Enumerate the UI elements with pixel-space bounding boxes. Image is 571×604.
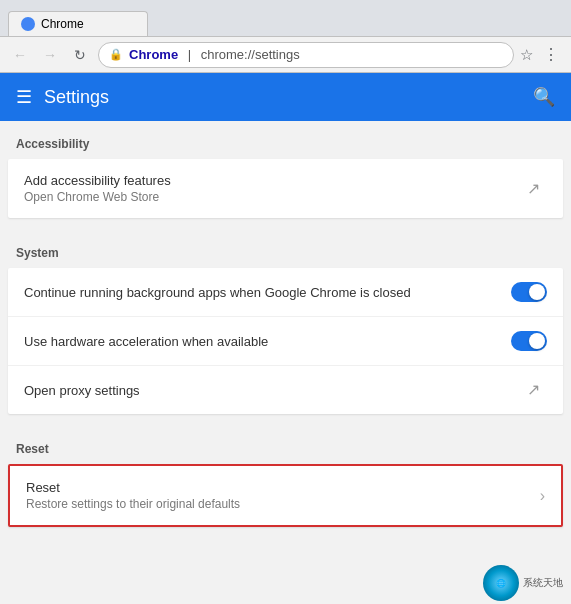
- proxy-settings-text: Open proxy settings: [24, 383, 140, 398]
- reset-settings-sublabel: Restore settings to their original defau…: [26, 497, 240, 511]
- hardware-acceleration-label: Use hardware acceleration when available: [24, 334, 268, 349]
- watermark-area: 🌐 系统天地: [475, 561, 571, 604]
- add-accessibility-row[interactable]: Add accessibility features Open Chrome W…: [8, 159, 563, 218]
- back-button[interactable]: ←: [8, 43, 32, 67]
- tab-favicon: [21, 17, 35, 31]
- browser-menu-button[interactable]: ⋮: [539, 45, 563, 64]
- section-header-system: System: [0, 230, 571, 268]
- reset-chevron-icon: ›: [540, 487, 545, 505]
- reset-settings-label: Reset: [26, 480, 240, 495]
- background-apps-toggle[interactable]: [511, 282, 547, 302]
- add-accessibility-external-link-icon: ↗: [527, 179, 547, 199]
- background-apps-text: Continue running background apps when Go…: [24, 285, 411, 300]
- settings-search-button[interactable]: 🔍: [533, 86, 555, 108]
- reset-card: Reset Restore settings to their original…: [8, 464, 563, 527]
- address-site: Chrome: [129, 47, 178, 62]
- system-card: Continue running background apps when Go…: [8, 268, 563, 414]
- reset-settings-text: Reset Restore settings to their original…: [26, 480, 240, 511]
- accessibility-card: Add accessibility features Open Chrome W…: [8, 159, 563, 218]
- hardware-acceleration-text: Use hardware acceleration when available: [24, 334, 268, 349]
- proxy-settings-external-link-icon: ↗: [527, 380, 547, 400]
- add-accessibility-label: Add accessibility features: [24, 173, 171, 188]
- address-bar-row: ← → ↻ 🔒 Chrome | chrome://settings ☆ ⋮: [0, 36, 571, 72]
- watermark-text: 系统天地: [523, 576, 563, 590]
- section-header-reset: Reset: [0, 426, 571, 464]
- hardware-acceleration-toggle[interactable]: [511, 331, 547, 351]
- settings-header-left: ☰ Settings: [16, 86, 109, 108]
- hamburger-menu-button[interactable]: ☰: [16, 86, 32, 108]
- settings-page-title: Settings: [44, 87, 109, 108]
- background-apps-row[interactable]: Continue running background apps when Go…: [8, 268, 563, 317]
- hardware-acceleration-row[interactable]: Use hardware acceleration when available: [8, 317, 563, 366]
- bookmark-button[interactable]: ☆: [520, 46, 533, 64]
- address-url: chrome://settings: [201, 47, 300, 62]
- watermark-logo: 🌐: [483, 565, 519, 601]
- reset-settings-row[interactable]: Reset Restore settings to their original…: [10, 466, 561, 525]
- tab-bar: Chrome: [0, 0, 571, 36]
- settings-header: ☰ Settings 🔍: [0, 73, 571, 121]
- background-apps-label: Continue running background apps when Go…: [24, 285, 411, 300]
- lock-icon: 🔒: [109, 48, 123, 61]
- browser-chrome: Chrome ← → ↻ 🔒 Chrome | chrome://setting…: [0, 0, 571, 73]
- browser-tab[interactable]: Chrome: [8, 11, 148, 36]
- address-bar[interactable]: 🔒 Chrome | chrome://settings: [98, 42, 514, 68]
- reload-button[interactable]: ↻: [68, 43, 92, 67]
- add-accessibility-sublabel: Open Chrome Web Store: [24, 190, 171, 204]
- forward-button[interactable]: →: [38, 43, 62, 67]
- add-accessibility-text: Add accessibility features Open Chrome W…: [24, 173, 171, 204]
- proxy-settings-row[interactable]: Open proxy settings ↗: [8, 366, 563, 414]
- address-path: |: [184, 47, 195, 62]
- watermark-globe-icon: 🌐: [496, 579, 506, 588]
- settings-content: Accessibility Add accessibility features…: [0, 121, 571, 604]
- tab-title: Chrome: [41, 17, 84, 31]
- proxy-settings-label: Open proxy settings: [24, 383, 140, 398]
- section-header-accessibility: Accessibility: [0, 121, 571, 159]
